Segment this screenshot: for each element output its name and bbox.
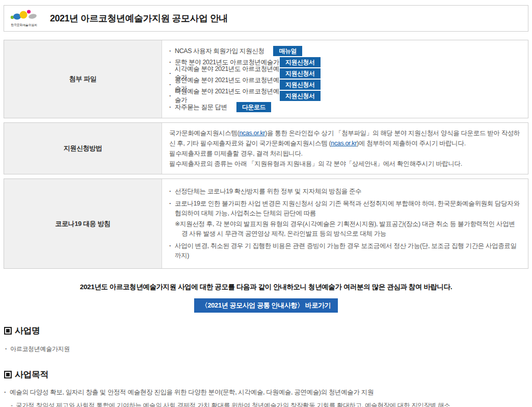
bullet-icon: · (169, 104, 175, 111)
arko-logo: 한국문화예술위원회 (8, 9, 40, 28)
bullet-icon: · (169, 92, 175, 99)
purpose-main-item: · 예술의 다양성 확보, 일자리 창출 및 안정적 예술현장 진입을 위한 다… (4, 388, 532, 397)
business-name-item: · 아르코청년예술가지원 (5, 345, 532, 353)
business-name-heading-text: 사업명 (15, 325, 40, 337)
application-form-button-interdisciplinary[interactable]: 지원신청서 (280, 91, 321, 101)
page-title: 2021년 아르코청년예술가지원 공모사업 안내 (50, 12, 228, 24)
bullet-icon: · (169, 241, 175, 261)
covid-item: · 코로나19로 인한 불가피한 사업 변경은 지원신청서 상의 기존 목적과 … (169, 199, 521, 239)
common-notice-link-button[interactable]: 〈2021년 공모사업 공통 안내사항〉 바로가기 (194, 298, 338, 313)
dash-icon: - (11, 401, 16, 407)
square-bullet-icon (4, 371, 12, 378)
covid-policy-content: · 선정단체는 코로나19 확산방지를 위한 정부 및 지자체의 방침을 준수 … (162, 179, 528, 268)
covid-item-text: 선정단체는 코로나19 확산방지를 위한 정부 및 지자체의 방침을 준수 (175, 187, 361, 196)
application-form-button-visual-arts[interactable]: 지원신청서 (280, 68, 321, 79)
business-name-heading: 사업명 (4, 325, 532, 337)
attachment-row: · 다원예술 분야 2021년도 아르코청년예술가 지원신청서 (169, 90, 521, 101)
bullet-icon: · (169, 81, 175, 88)
attachment-label: 자주묻는 질문 답변 (175, 103, 227, 112)
covid-policy-label: 코로나19 대응 방침 (4, 179, 162, 268)
page-header: 한국문화예술위원회 2021년 아르코청년예술가지원 공모사업 안내 (4, 5, 528, 32)
covid-item-note: ※지원선정 후, 각 분야의 발표지원 유형의 경우(시각예술은 기획전시지원)… (175, 219, 521, 239)
manual-button[interactable]: 매뉴얼 (273, 46, 302, 56)
purpose-sub-item: - 국가적 창의성 제고와 사회적 통합에 기여하는 예술의 사회.경제적 가치… (11, 401, 532, 407)
bullet-icon: · (169, 70, 175, 77)
covid-policy-section: 코로나19 대응 방침 · 선정단체는 코로나19 확산방지를 위한 정부 및 … (4, 179, 528, 269)
bullet-icon: · (169, 59, 175, 66)
arko-logo-icon (10, 9, 38, 22)
cta-wrap: 〈2021년 공모사업 공통 안내사항〉 바로가기 (0, 298, 532, 313)
attachments-list: · NCAS 사용자 회원가입 지원신청 매뉴얼 · 문학 분야 2021년도 … (169, 45, 521, 113)
covid-item-main-text: 코로나19로 인한 불가피한 사업 변경은 지원신청서 상의 기존 목적과 선정… (175, 200, 520, 217)
application-form-button-literature[interactable]: 지원신청서 (280, 57, 321, 67)
attachments-label: 첨부 파일 (4, 40, 162, 118)
method-text: )에 첨부하여 제출하여 주시기 바랍니다. (357, 140, 466, 147)
bullet-icon: · (169, 187, 175, 196)
application-method-label: 지원신청방법 (4, 123, 162, 174)
method-paragraph-2: 필수제출자료를 미제출할 경우, 결격 처리됩니다. (169, 148, 521, 159)
purpose-sub-text: 국가적 창의성 제고와 사회적 통합에 기여하는 예술의 사회.경제적 가치 확… (16, 401, 450, 407)
announcement-text: 2021년도 아르코청년예술가지원 사업에 대한 공모를 다음과 같이 안내하오… (0, 283, 532, 292)
business-purpose-list: · 예술의 다양성 확보, 일자리 창출 및 안정적 예술현장 진입을 위한 다… (0, 388, 532, 407)
method-text: 국가문화예술지원시스템( (169, 130, 239, 137)
ncas-link[interactable]: ncas.or.kr (331, 140, 357, 147)
bullet-icon: · (169, 199, 175, 239)
method-paragraph-3: 필수제출자료의 종류는 아래 「지원유형과 지원내용」의 각 분야「상세안내」에… (169, 159, 521, 169)
bullet-icon: · (4, 388, 10, 397)
purpose-main-text: 예술의 다양성 확보, 일자리 창출 및 안정적 예술현장 진입을 위한 다양한… (10, 388, 374, 397)
covid-item: · 선정단체는 코로나19 확산방지를 위한 정부 및 지자체의 방침을 준수 (169, 187, 521, 196)
bullet-icon: · (5, 345, 10, 353)
application-form-button-performing-arts[interactable]: 지원신청서 (280, 80, 321, 90)
bullet-icon: · (169, 47, 175, 55)
page: 한국문화예술위원회 2021년 아르코청년예술가지원 공모사업 안내 첨부 파일… (0, 5, 532, 407)
business-purpose-heading: 사업목적 (4, 369, 532, 380)
covid-item: · 사업이 변경, 취소된 경우 기 집행한 비용은 관련 증빙이 가능한 경우… (169, 241, 521, 261)
attachment-row: · NCAS 사용자 회원가입 지원신청 매뉴얼 (169, 45, 521, 57)
attachment-row: · 자주묻는 질문 답변 다운로드 (169, 101, 521, 113)
attachments-section: 첨부 파일 · NCAS 사용자 회원가입 지원신청 매뉴얼 · 문학 분야 2… (4, 40, 528, 118)
application-method-section: 지원신청방법 국가문화예술지원시스템(ncas.or.kr)을 통한 온라인접수… (4, 122, 528, 174)
covid-policy-list: · 선정단체는 코로나19 확산방지를 위한 정부 및 지자체의 방침을 준수 … (169, 184, 521, 263)
faq-download-button[interactable]: 다운로드 (236, 102, 271, 112)
covid-item-text: 코로나19로 인한 불가피한 사업 변경은 지원신청서 상의 기존 목적과 선정… (175, 199, 521, 239)
application-method-content: 국가문화예술지원시스템(ncas.or.kr)을 통한 온라인접수 상기 「첨부… (162, 123, 528, 174)
ncas-link[interactable]: ncas.or.kr (239, 130, 265, 137)
business-name-value: 아르코청년예술가지원 (10, 345, 70, 353)
covid-item-text: 사업이 변경, 취소된 경우 기 집행한 비용은 관련 증빙이 가능한 경우 보… (175, 241, 521, 261)
attachment-label: NCAS 사용자 회원가입 지원신청 (175, 47, 264, 56)
arko-logo-text: 한국문화예술위원회 (11, 23, 37, 28)
method-paragraph-1: 국가문화예술지원시스템(ncas.or.kr)을 통한 온라인접수 상기 「첨부… (169, 128, 521, 148)
attachments-content: · NCAS 사용자 회원가입 지원신청 매뉴얼 · 문학 분야 2021년도 … (162, 40, 528, 118)
business-purpose-heading-text: 사업목적 (15, 369, 48, 380)
square-bullet-icon (4, 327, 12, 335)
